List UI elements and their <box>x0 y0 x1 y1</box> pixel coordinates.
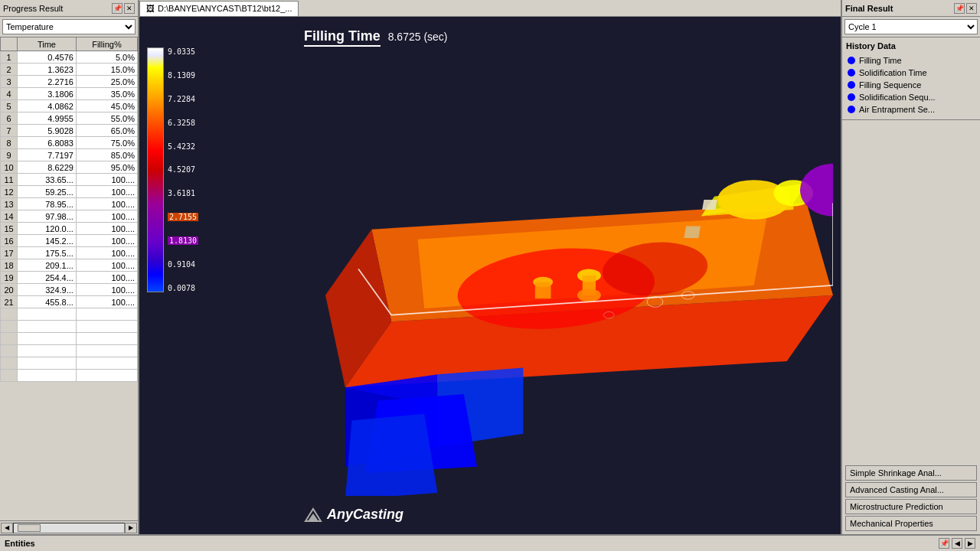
table-row[interactable]: 2 1.3623 15.0% <box>1 64 138 76</box>
table-row[interactable]: 16 145.2... 100.... <box>1 235 138 247</box>
history-item-label-3: Filling Sequence <box>859 80 921 90</box>
simple-shrinkage-btn[interactable]: Simple Shrinkage Anal... <box>845 465 977 481</box>
table-row[interactable]: 3 2.2716 25.0% <box>1 76 138 88</box>
right-panel-titlebar: Final Result 📌 ✕ <box>842 0 980 17</box>
table-row[interactable]: 15 120.0... 100.... <box>1 223 138 235</box>
svg-point-17 <box>577 289 601 302</box>
table-row-empty <box>1 345 138 357</box>
table-row-empty <box>1 370 138 382</box>
row-fill: 85.0% <box>76 149 137 161</box>
history-item-3[interactable]: Filling Sequence <box>846 79 976 91</box>
cycle-dropdown[interactable]: Cycle 1 <box>844 19 978 34</box>
table-row[interactable]: 7 5.9028 65.0% <box>1 125 138 137</box>
legend-val-2: 8.1309 <box>168 71 198 80</box>
row-time: 4.0862 <box>18 100 77 112</box>
right-pin-button[interactable]: 📌 <box>954 3 965 14</box>
pin-button[interactable]: 📌 <box>112 3 122 14</box>
table-row[interactable]: 14 97.98... 100.... <box>1 210 138 223</box>
table-row-empty <box>1 333 138 345</box>
row-fill: 25.0% <box>76 76 137 88</box>
advanced-casting-btn[interactable]: Advanced Casting Anal... <box>845 482 977 497</box>
scroll-right-btn[interactable]: ▶ <box>125 523 137 533</box>
row-time: 209.1... <box>18 259 77 272</box>
row-fill: 100.... <box>76 186 137 198</box>
right-close-button[interactable]: ✕ <box>966 3 977 14</box>
row-fill: 100.... <box>76 223 137 235</box>
tab-bar: 🖼 D:\BANYE\ANYCAST\BT12\bt12_... <box>139 0 841 17</box>
data-table-container: Time Filling% 1 0.4576 5.0% 2 1.3623 15.… <box>0 37 138 520</box>
row-fill: 75.0% <box>76 137 137 149</box>
table-row[interactable]: 19 254.4... 100.... <box>1 272 138 284</box>
history-item-label-1: Filling Time <box>859 56 902 65</box>
history-item-4[interactable]: Solidification Sequ... <box>846 91 976 103</box>
horizontal-scrollbar[interactable]: ◀ ▶ <box>0 520 138 534</box>
history-item-label-5: Air Entrapment Se... <box>859 105 935 114</box>
tab-icon: 🖼 <box>146 4 155 13</box>
row-time: 324.9... <box>18 284 77 296</box>
row-fill: 100.... <box>76 284 137 296</box>
bullet-3 <box>848 81 855 89</box>
mechanical-properties-btn[interactable]: Mechanical Properties <box>845 516 977 531</box>
temperature-dropdown[interactable]: Temperature <box>2 19 136 34</box>
legend-val-4: 6.3258 <box>168 119 198 127</box>
table-row[interactable]: 17 175.5... 100.... <box>1 247 138 259</box>
bottom-bar: Entities 📌 ◀ ▶ <box>0 534 980 551</box>
row-fill: 100.... <box>76 210 137 223</box>
bottom-nav-right[interactable]: ▶ <box>965 538 975 549</box>
row-fill: 55.0% <box>76 112 137 125</box>
row-time: 254.4... <box>18 272 77 284</box>
col-header-time: Time <box>18 37 77 51</box>
table-row[interactable]: 18 209.1... 100.... <box>1 259 138 272</box>
bottom-nav-left[interactable]: ◀ <box>952 538 962 549</box>
microstructure-btn[interactable]: Microstructure Prediction <box>845 499 977 514</box>
table-row-empty <box>1 357 138 370</box>
analysis-buttons: Simple Shrinkage Anal... Advanced Castin… <box>842 462 980 534</box>
row-time: 6.8083 <box>18 137 77 149</box>
scroll-left-btn[interactable]: ◀ <box>1 523 13 533</box>
row-time: 8.6229 <box>18 161 77 174</box>
row-id: 21 <box>1 296 18 308</box>
row-time: 120.0... <box>18 223 77 235</box>
center-panel: 🖼 D:\BANYE\ANYCAST\BT12\bt12_... Filling… <box>139 0 841 534</box>
close-button[interactable]: ✕ <box>124 3 135 14</box>
table-row[interactable]: 10 8.6229 95.0% <box>1 161 138 174</box>
row-id: 9 <box>1 149 18 161</box>
col-header-num <box>1 37 18 51</box>
row-time: 59.25... <box>18 186 77 198</box>
table-row[interactable]: 1 0.4576 5.0% <box>1 51 138 64</box>
table-row-empty <box>1 308 138 321</box>
legend-val-3: 7.2284 <box>168 95 198 103</box>
history-item-5[interactable]: Air Entrapment Se... <box>846 103 976 116</box>
table-row[interactable]: 13 78.95... 100.... <box>1 198 138 210</box>
history-item-label-2: Solidification Time <box>859 68 927 77</box>
table-row-empty <box>1 321 138 333</box>
table-row[interactable]: 20 324.9... 100.... <box>1 284 138 296</box>
table-row[interactable]: 11 33.65... 100.... <box>1 174 138 186</box>
row-id: 13 <box>1 198 18 210</box>
legend-val-8: 2.7155 <box>168 213 198 221</box>
history-item-1[interactable]: Filling Time <box>846 54 976 67</box>
table-row[interactable]: 12 59.25... 100.... <box>1 186 138 198</box>
row-id: 20 <box>1 284 18 296</box>
file-tab[interactable]: 🖼 D:\BANYE\ANYCAST\BT12\bt12_... <box>139 1 299 16</box>
table-row[interactable]: 9 7.7197 85.0% <box>1 149 138 161</box>
table-row[interactable]: 21 455.8... 100.... <box>1 296 138 308</box>
row-fill: 15.0% <box>76 64 137 76</box>
row-fill: 100.... <box>76 272 137 284</box>
bottom-pin-btn[interactable]: 📌 <box>939 538 949 549</box>
row-id: 19 <box>1 272 18 284</box>
row-time: 33.65... <box>18 174 77 186</box>
watermark: AnyCasting <box>304 507 403 523</box>
svg-rect-28 <box>702 200 717 210</box>
table-row[interactable]: 6 4.9955 55.0% <box>1 112 138 125</box>
table-row[interactable]: 5 4.0862 45.0% <box>1 100 138 112</box>
row-id: 17 <box>1 247 18 259</box>
row-id: 6 <box>1 112 18 125</box>
row-time: 145.2... <box>18 235 77 247</box>
left-panel: Progress Result 📌 ✕ Temperature <box>0 0 139 534</box>
table-row[interactable]: 8 6.8083 75.0% <box>1 137 138 149</box>
history-item-2[interactable]: Solidification Time <box>846 67 976 79</box>
left-panel-title: Progress Result <box>3 4 63 13</box>
data-table: Time Filling% 1 0.4576 5.0% 2 1.3623 15.… <box>0 37 138 382</box>
table-row[interactable]: 4 3.1806 35.0% <box>1 88 138 100</box>
